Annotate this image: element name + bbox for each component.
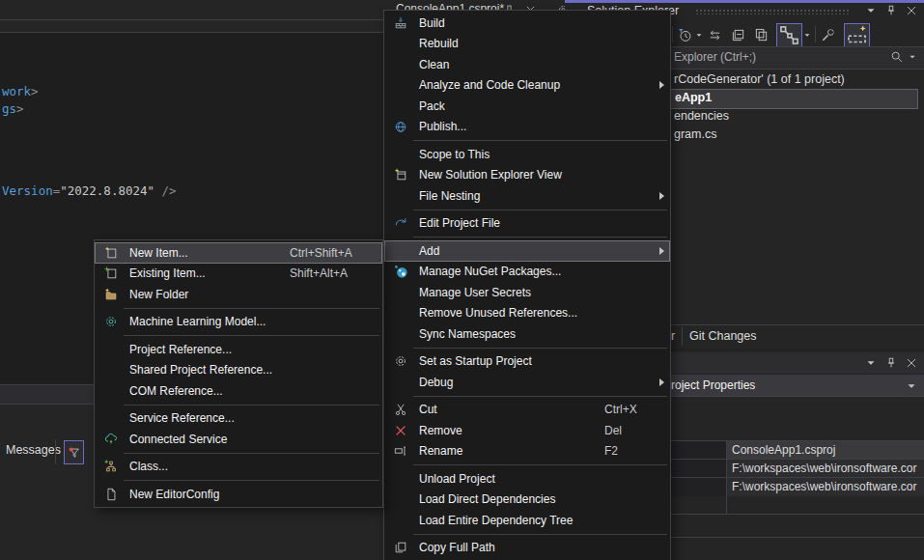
copy-path-icon <box>388 541 413 554</box>
menu-item-manage-user-secrets[interactable]: Manage User Secrets <box>384 282 670 303</box>
menu-item-label: Manage User Secrets <box>413 286 604 299</box>
tab-solution-explorer[interactable]: r <box>671 329 675 343</box>
menu-item-cut[interactable]: CutCtrl+X <box>384 400 670 421</box>
menu-item-label: Existing Item... <box>124 266 290 280</box>
pending-changes-filter-icon[interactable] <box>676 26 693 43</box>
menu-item-shortcut: Shift+Alt+A <box>290 266 367 280</box>
menu-item-shortcut: Ctrl+X <box>604 403 655 416</box>
menu-item-label: Set as Startup Project <box>413 354 604 368</box>
messages-button[interactable]: Messages <box>6 443 61 457</box>
menu-item-publish[interactable]: Publish... <box>384 117 670 138</box>
menu-item-label: Sync Namespaces <box>413 327 604 341</box>
menu-separator <box>413 396 667 397</box>
menu-item-label: Class... <box>124 460 290 473</box>
menu-item-analyze-and-code-cleanup[interactable]: Analyze and Code Cleanup <box>384 75 670 97</box>
code-line: gs> <box>2 101 24 116</box>
sync-with-active-document-button[interactable] <box>776 23 802 47</box>
menu-item-scope-to-this[interactable]: Scope to This <box>384 144 670 165</box>
menu-item-sync-namespaces[interactable]: Sync Namespaces <box>384 323 670 345</box>
project-context-menu: BuildRebuildCleanAnalyze and Code Cleanu… <box>383 10 671 560</box>
menu-item-clean[interactable]: Clean <box>384 54 670 75</box>
close-icon[interactable] <box>905 4 918 17</box>
menu-item-connected-service[interactable]: Connected Service <box>95 429 382 450</box>
menu-item-new-folder[interactable]: New Folder <box>95 284 382 305</box>
tree-item-label: endencies <box>674 109 729 123</box>
toolbar-divider <box>55 439 56 464</box>
menu-item-file-nesting[interactable]: File Nesting <box>384 185 670 207</box>
menu-item-edit-project-file[interactable]: Edit Project File <box>384 213 670 235</box>
active-panel-accent <box>565 0 924 3</box>
pin-icon[interactable] <box>884 4 898 17</box>
new-view-icon <box>388 168 413 182</box>
submenu-arrow-icon <box>655 247 664 255</box>
switch-views-icon[interactable] <box>706 26 723 43</box>
chevron-down-icon[interactable] <box>906 50 919 64</box>
menu-item-class[interactable]: Class... <box>95 457 382 478</box>
panel-drag-grip[interactable] <box>695 9 850 14</box>
menu-item-shared-project-reference[interactable]: Shared Project Reference... <box>95 360 382 381</box>
menu-item-remove-unused-references[interactable]: Remove Unused References... <box>384 303 670 324</box>
menu-item-service-reference[interactable]: Service Reference... <box>95 408 382 430</box>
class-icon <box>98 460 124 473</box>
menu-item-com-reference[interactable]: COM Reference... <box>95 380 382 402</box>
property-value-cell[interactable]: F:\workspaces\web\ironsoftware.cor <box>726 478 924 496</box>
menu-separator <box>413 210 667 210</box>
menu-item-unload-project[interactable]: Unload Project <box>384 468 670 490</box>
show-all-files-button[interactable] <box>844 23 870 47</box>
property-value-cell[interactable]: ConsoleApp1.csproj <box>726 441 924 460</box>
preview-selected-items-icon[interactable] <box>752 26 770 43</box>
menu-item-pack[interactable]: Pack <box>384 96 670 117</box>
tab-divider <box>682 327 683 346</box>
grid-column-divider[interactable] <box>726 440 727 514</box>
chevron-down-icon[interactable] <box>802 26 812 43</box>
code-token: /> <box>154 183 177 198</box>
menu-item-manage-nuget-packages[interactable]: Manage NuGet Packages... <box>384 262 670 283</box>
menu-item-debug[interactable]: Debug <box>384 372 670 393</box>
menu-item-machine-learning-model[interactable]: Machine Learning Model... <box>95 312 382 333</box>
close-icon[interactable] <box>905 356 918 370</box>
chevron-down-icon[interactable] <box>864 4 878 17</box>
search-icon[interactable] <box>890 50 904 64</box>
menu-item-new-editorconfig[interactable]: New EditorConfig <box>95 484 382 505</box>
menu-item-label: Service Reference... <box>124 411 290 425</box>
menu-item-project-reference[interactable]: Project Reference... <box>95 339 382 360</box>
menu-item-new-item[interactable]: New Item...Ctrl+Shift+A <box>95 242 382 264</box>
menu-item-rebuild[interactable]: Rebuild <box>384 34 670 55</box>
menu-item-load-direct-dependencies[interactable]: Load Direct Dependencies <box>384 490 670 511</box>
chevron-down-icon[interactable] <box>864 356 878 370</box>
chevron-down-icon[interactable] <box>905 379 918 393</box>
nuget-icon <box>388 265 413 278</box>
menu-item-add[interactable]: Add <box>384 240 670 262</box>
add-submenu: New Item...Ctrl+Shift+AExisting Item...S… <box>94 239 383 508</box>
code-token: > <box>16 101 24 116</box>
menu-item-remove[interactable]: RemoveDel <box>384 420 670 441</box>
menu-item-copy-full-path[interactable]: Copy Full Path <box>384 538 670 559</box>
menu-item-label: Machine Learning Model... <box>124 315 290 328</box>
menu-item-load-entire-dependency-tree[interactable]: Load Entire Dependency Tree <box>384 510 670 531</box>
menu-separator <box>124 453 379 454</box>
tree-item-label: eApp1 <box>675 91 712 104</box>
menu-item-new-solution-explorer-view[interactable]: New Solution Explorer View <box>384 165 670 186</box>
menu-item-existing-item[interactable]: Existing Item...Shift+Alt+A <box>95 264 382 285</box>
code-token: > <box>31 84 39 98</box>
menu-item-label: New Item... <box>124 246 290 260</box>
tab-git-changes[interactable]: Git Changes <box>689 329 756 343</box>
rename-icon <box>388 444 413 458</box>
menu-item-label: Remove Unused References... <box>413 306 604 320</box>
chevron-down-icon[interactable] <box>694 26 704 43</box>
messages-filter-button[interactable] <box>64 440 84 464</box>
menu-item-set-as-startup-project[interactable]: Set as Startup Project <box>384 351 670 373</box>
menu-item-label: Manage NuGet Packages... <box>413 265 604 278</box>
code-line: Version="2022.8.8024" /> <box>2 183 177 198</box>
sync-selection-icon <box>777 23 801 47</box>
show-all-files-icon <box>845 23 869 47</box>
menu-item-build[interactable]: Build <box>384 13 670 34</box>
pin-icon[interactable] <box>884 356 898 370</box>
menu-item-rename[interactable]: RenameF2 <box>384 441 670 462</box>
collapse-all-icon[interactable] <box>729 26 746 43</box>
property-value-cell[interactable]: F:\workspaces\web\ironsoftware.cor <box>726 460 924 478</box>
properties-wrench-icon[interactable] <box>819 26 836 43</box>
menu-separator <box>124 308 379 309</box>
menu-item-label: Rebuild <box>413 37 604 50</box>
submenu-arrow-icon <box>655 81 664 89</box>
